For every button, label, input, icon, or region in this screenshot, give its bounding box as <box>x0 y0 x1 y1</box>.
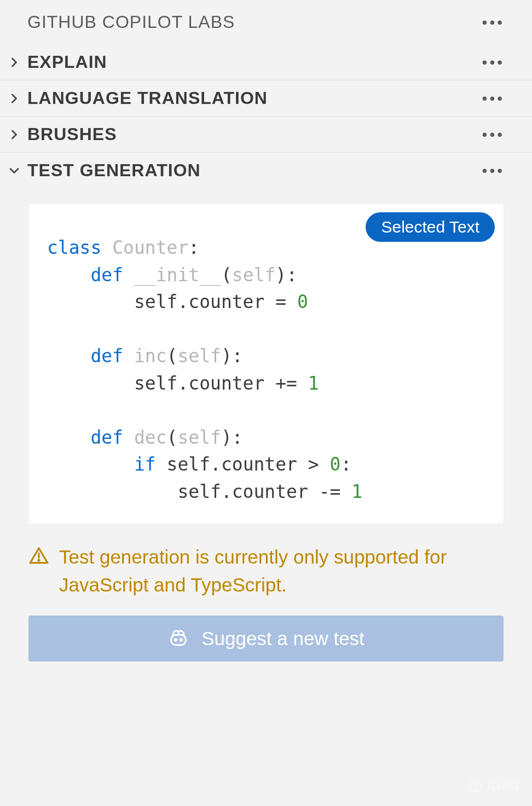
panel-title: GITHUB COPILOT LABS <box>27 12 235 32</box>
svg-point-1 <box>38 560 39 561</box>
watermark: IOSG <box>467 778 520 794</box>
chevron-right-icon <box>7 55 22 70</box>
section-translate[interactable]: LANGUAGE TRANSLATION ••• <box>0 80 532 117</box>
warning-icon <box>28 546 49 566</box>
panel-header: GITHUB COPILOT LABS ••• <box>0 0 532 44</box>
suggest-test-button[interactable]: Suggest a new test <box>28 616 504 662</box>
section-testgen-more-icon[interactable]: ••• <box>482 163 505 178</box>
svg-point-6 <box>475 789 475 790</box>
section-brushes-more-icon[interactable]: ••• <box>482 127 505 142</box>
section-explain-more-icon[interactable]: ••• <box>482 55 505 70</box>
panel-more-icon[interactable]: ••• <box>482 15 505 30</box>
svg-point-3 <box>175 639 176 640</box>
section-testgen-label: TEST GENERATION <box>27 160 201 181</box>
section-testgen[interactable]: TEST GENERATION ••• <box>0 153 532 188</box>
section-translate-label: LANGUAGE TRANSLATION <box>27 88 268 108</box>
chevron-right-icon <box>7 91 22 106</box>
svg-rect-2 <box>171 635 186 645</box>
warning-row: Test generation is currently only suppor… <box>28 524 504 616</box>
code-card: Selected Text class Counter: def __init_… <box>28 204 504 524</box>
section-explain[interactable]: EXPLAIN ••• <box>0 44 532 80</box>
suggest-test-button-label: Suggest a new test <box>201 628 365 650</box>
selected-text-badge[interactable]: Selected Text <box>366 212 495 242</box>
svg-point-5 <box>470 780 481 791</box>
section-brushes-label: BRUSHES <box>27 124 117 144</box>
section-translate-more-icon[interactable]: ••• <box>482 91 505 106</box>
chevron-down-icon <box>7 163 22 178</box>
section-brushes[interactable]: BRUSHES ••• <box>0 117 532 153</box>
svg-point-4 <box>180 639 182 640</box>
chevron-right-icon <box>7 127 22 142</box>
watermark-text: IOSG <box>488 779 520 793</box>
section-testgen-body: Selected Text class Counter: def __init_… <box>0 188 532 677</box>
section-explain-label: EXPLAIN <box>27 52 107 72</box>
code-snippet: class Counter: def __init__(self): self.… <box>47 234 485 505</box>
copilot-icon <box>167 628 189 650</box>
warning-text: Test generation is currently only suppor… <box>59 543 504 599</box>
